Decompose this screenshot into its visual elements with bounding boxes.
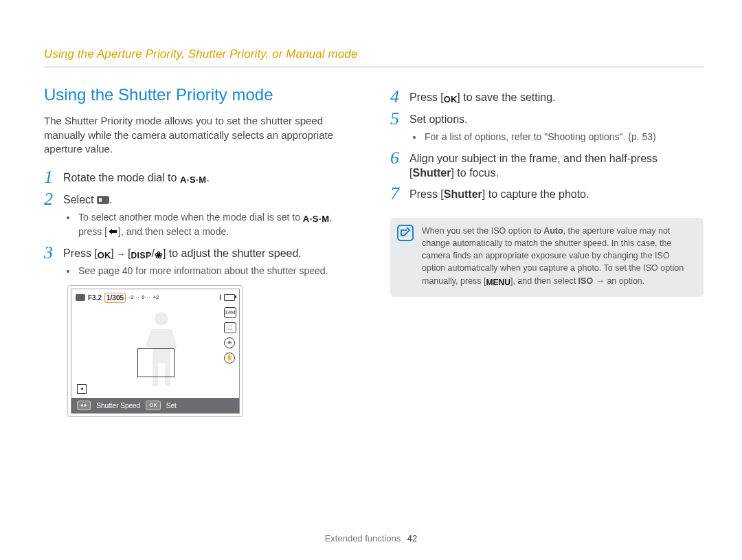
macro-flower-icon: ❀ bbox=[155, 249, 163, 262]
list-item: See page 40 for more information about t… bbox=[77, 265, 357, 278]
step-text-post: ] to adjust the shutter speed. bbox=[163, 247, 302, 259]
nav-button-icon: ◂ ▸ bbox=[77, 401, 91, 410]
step-3-sub: See page 40 for more information about t… bbox=[67, 265, 357, 278]
divider bbox=[44, 67, 704, 67]
step-4: 4 Press [OK] to save the setting. bbox=[390, 88, 704, 106]
step-body: Select . bbox=[63, 190, 357, 208]
step-number: 5 bbox=[390, 110, 409, 128]
step-text-post: ] to save the setting. bbox=[457, 91, 555, 103]
iso-label: ISO bbox=[578, 276, 594, 286]
camera-topbar: F3.2 1/305 -2 ·· 0 ·· +2 I bbox=[76, 292, 235, 303]
ok-button-icon: OK bbox=[146, 401, 161, 410]
step-6: 6 Align your subject in the frame, and t… bbox=[390, 149, 704, 181]
bottom-action: Set bbox=[166, 401, 177, 411]
step-1: 1 Rotate the mode dial to A·S·M. bbox=[44, 168, 357, 186]
note-box: When you set the ISO option to Auto, the… bbox=[390, 218, 704, 297]
stabilizer-icon: ✋ bbox=[224, 352, 235, 363]
footer-section: Extended functions bbox=[325, 533, 401, 544]
page-number: 42 bbox=[407, 533, 417, 544]
step-body: Press [OK] to save the setting. bbox=[409, 88, 704, 106]
step-text: Press [ bbox=[63, 247, 98, 259]
bottom-label: Shutter Speed bbox=[96, 401, 140, 411]
note-text: When you set the ISO option to bbox=[422, 226, 543, 236]
page-footer: Extended functions 42 bbox=[0, 533, 742, 545]
step-number: 2 bbox=[44, 190, 63, 208]
step-number: 6 bbox=[390, 149, 409, 167]
battery-icon bbox=[224, 294, 235, 301]
intro-paragraph: The Shutter Priority mode allows you to … bbox=[44, 114, 357, 156]
resolution-icon: 14M bbox=[224, 307, 236, 318]
step-text-post: ] to focus. bbox=[451, 167, 498, 179]
quality-indicator: I bbox=[219, 293, 221, 303]
sub-text: To select another mode when the mode dia… bbox=[78, 212, 303, 223]
step-text: Press [ bbox=[409, 91, 444, 103]
auto-label: Auto bbox=[543, 226, 563, 236]
nav-indicator-icon: ◂ bbox=[77, 384, 87, 394]
camera-sidebar: 14M ⬚ ⊕ ✋ bbox=[224, 307, 235, 363]
manual-page: { "chapter_title": "Using the Aperture P… bbox=[0, 0, 742, 560]
step-2: 2 Select . bbox=[44, 190, 357, 208]
exposure-ticks: -2 ·· 0 ·· +2 bbox=[128, 294, 216, 302]
asm-icon: A·S·M bbox=[180, 174, 207, 186]
arrow-right-icon: → bbox=[593, 276, 607, 286]
step-number: 1 bbox=[44, 168, 63, 186]
step-5-sub: For a list of options, refer to "Shootin… bbox=[414, 131, 704, 144]
camera-screen-illustration: F3.2 1/305 -2 ·· 0 ·· +2 I 14M ⬚ ⊕ ✋ bbox=[67, 285, 243, 417]
right-column: 4 Press [OK] to save the setting. 5 Set … bbox=[390, 84, 704, 417]
menu-icon: MENU bbox=[486, 277, 510, 289]
section-title: Using the Shutter Priority mode bbox=[44, 84, 357, 106]
step-5: 5 Set options. bbox=[390, 110, 704, 128]
step-number: 3 bbox=[44, 244, 63, 262]
left-column: Using the Shutter Priority mode The Shut… bbox=[44, 84, 357, 417]
camera-bottombar: ◂ ▸ Shutter Speed OK Set bbox=[71, 398, 239, 413]
note-icon bbox=[397, 225, 414, 241]
asm-icon: A·S·M bbox=[303, 213, 330, 225]
step-body: Set options. bbox=[409, 110, 704, 127]
ok-icon: OK bbox=[444, 93, 458, 106]
step-body: Align your subject in the frame, and the… bbox=[409, 149, 704, 181]
step-text-post: . bbox=[207, 172, 210, 183]
chapter-title: Using the Aperture Priority, Shutter Pri… bbox=[44, 47, 704, 63]
note-text: an option. bbox=[607, 276, 644, 286]
step-body: Press [Shutter] to capture the photo. bbox=[409, 185, 704, 202]
step-2-sub: To select another mode when the mode dia… bbox=[67, 211, 357, 238]
back-icon bbox=[107, 228, 118, 235]
step-body: Rotate the mode dial to A·S·M. bbox=[63, 168, 357, 186]
step-7: 7 Press [Shutter] to capture the photo. bbox=[390, 185, 704, 203]
camera-screen-inner: F3.2 1/305 -2 ·· 0 ·· +2 I 14M ⬚ ⊕ ✋ bbox=[71, 289, 240, 414]
list-item: To select another mode when the mode dia… bbox=[77, 211, 357, 238]
shutter-key: Shutter bbox=[412, 167, 451, 179]
step-number: 4 bbox=[390, 88, 409, 106]
step-text: Rotate the mode dial to bbox=[63, 172, 180, 183]
flash-icon: ⊕ bbox=[224, 337, 235, 348]
mode-indicator-icon bbox=[76, 294, 85, 301]
shutter-key: Shutter bbox=[444, 188, 482, 200]
step-text: Select bbox=[63, 194, 97, 205]
ok-icon: OK bbox=[98, 249, 111, 262]
focus-rectangle bbox=[137, 348, 175, 377]
note-text: ], and then select bbox=[510, 276, 578, 286]
frame-icon: ⬚ bbox=[224, 322, 236, 333]
step-text-post: . bbox=[109, 194, 112, 205]
mode-dial-icon bbox=[97, 196, 109, 204]
step-number: 7 bbox=[390, 185, 409, 203]
f-number: F3.2 bbox=[88, 293, 102, 303]
step-text: Press [ bbox=[409, 188, 444, 200]
sub-text: ], and then select a mode. bbox=[118, 226, 229, 237]
list-item: For a list of options, refer to "Shootin… bbox=[423, 131, 704, 144]
shutter-speed-value: 1/305 bbox=[104, 293, 126, 304]
arrow-right-icon: → bbox=[114, 249, 128, 259]
step-body: Press [OK] → [DISP/❀] to adjust the shut… bbox=[63, 244, 357, 262]
step-text-post: ] to capture the photo. bbox=[482, 188, 589, 200]
step-3: 3 Press [OK] → [DISP/❀] to adjust the sh… bbox=[44, 244, 357, 262]
disp-icon: DISP bbox=[131, 250, 151, 261]
two-column-layout: Using the Shutter Priority mode The Shut… bbox=[44, 84, 704, 417]
